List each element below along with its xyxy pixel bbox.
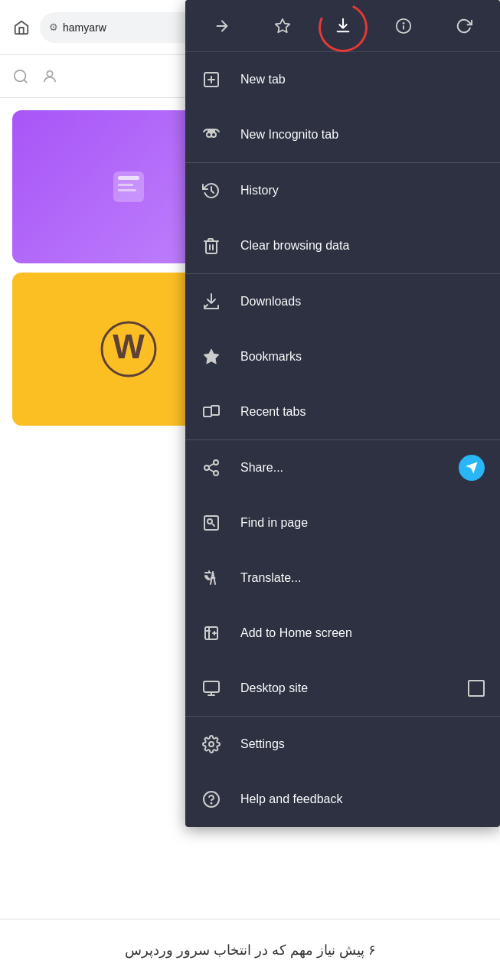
svg-rect-28 bbox=[204, 407, 211, 416]
toolbar-reload-btn[interactable] bbox=[447, 9, 481, 43]
svg-point-0 bbox=[15, 70, 26, 81]
svg-rect-4 bbox=[118, 184, 133, 186]
downloads-icon bbox=[201, 292, 222, 311]
svg-point-36 bbox=[208, 519, 212, 524]
add-to-home-screen-label: Add to Home screen bbox=[240, 626, 485, 640]
share-label: Share... bbox=[240, 461, 440, 475]
translate-icon bbox=[201, 569, 222, 587]
help-icon bbox=[201, 790, 222, 808]
new-incognito-tab-label: New Incognito tab bbox=[240, 128, 485, 142]
menu-item-share[interactable]: Share... bbox=[185, 440, 500, 495]
menu-item-translate[interactable]: Translate... bbox=[185, 550, 500, 606]
menu-item-add-to-home-screen[interactable]: Add to Home screen bbox=[185, 606, 500, 661]
toolbar-info-btn[interactable] bbox=[387, 9, 420, 43]
incognito-icon bbox=[201, 126, 222, 144]
svg-rect-29 bbox=[211, 406, 219, 415]
history-label: History bbox=[240, 184, 485, 198]
svg-point-23 bbox=[211, 132, 216, 137]
home-button[interactable] bbox=[6, 12, 37, 43]
search-icon bbox=[12, 68, 29, 85]
new-tab-icon bbox=[201, 70, 222, 89]
url-text: hamyarw bbox=[63, 21, 106, 34]
menu-toolbar bbox=[185, 0, 500, 52]
history-icon bbox=[201, 181, 222, 200]
menu-item-new-tab[interactable]: New tab bbox=[185, 52, 500, 107]
menu-item-settings[interactable]: Settings bbox=[185, 717, 500, 772]
desktop-site-icon bbox=[201, 679, 222, 697]
telegram-icon bbox=[459, 455, 485, 481]
svg-line-34 bbox=[209, 464, 214, 467]
share-icon bbox=[201, 459, 222, 477]
desktop-site-checkbox[interactable] bbox=[468, 680, 485, 697]
settings-label: Settings bbox=[240, 737, 485, 751]
new-tab-label: New tab bbox=[240, 73, 485, 87]
svg-line-33 bbox=[209, 469, 214, 472]
help-and-feedback-label: Help and feedback bbox=[240, 792, 485, 806]
trash-icon bbox=[201, 237, 222, 255]
recent-tabs-icon bbox=[201, 403, 222, 421]
menu-item-find-in-page[interactable]: Find in page bbox=[185, 495, 500, 550]
svg-rect-24 bbox=[208, 129, 215, 132]
toolbar-forward-btn[interactable] bbox=[205, 9, 239, 43]
share-telegram-extra bbox=[459, 455, 485, 481]
menu-item-downloads[interactable]: Downloads bbox=[185, 274, 500, 329]
svg-marker-15 bbox=[275, 18, 289, 31]
svg-rect-3 bbox=[118, 176, 139, 180]
settings-icon bbox=[201, 735, 222, 753]
toolbar-download-btn[interactable] bbox=[326, 9, 360, 43]
url-security-icon: ⚙ bbox=[49, 21, 58, 33]
add-home-icon bbox=[201, 624, 222, 642]
translate-label: Translate... bbox=[240, 571, 485, 585]
menu-item-help-and-feedback[interactable]: Help and feedback bbox=[185, 772, 500, 827]
menu-item-clear-browsing-data[interactable]: Clear browsing data bbox=[185, 218, 500, 273]
profile-icon bbox=[41, 68, 58, 85]
menu-item-recent-tabs[interactable]: Recent tabs bbox=[185, 384, 500, 439]
desktop-site-checkbox-extra bbox=[468, 680, 485, 697]
bookmarks-label: Bookmarks bbox=[240, 350, 485, 364]
menu-item-bookmarks[interactable]: Bookmarks bbox=[185, 329, 500, 384]
menu-item-new-incognito-tab[interactable]: New Incognito tab bbox=[185, 107, 500, 162]
downloads-label: Downloads bbox=[240, 295, 485, 309]
svg-point-1 bbox=[47, 70, 52, 76]
dropdown-menu: New tab New Incognito tab History bbox=[185, 0, 500, 827]
recent-tabs-label: Recent tabs bbox=[240, 405, 485, 419]
toolbar-download-wrapper bbox=[326, 9, 360, 43]
clear-browsing-data-label: Clear browsing data bbox=[240, 239, 485, 253]
find-in-page-label: Find in page bbox=[240, 516, 485, 530]
svg-rect-5 bbox=[118, 189, 136, 191]
bottom-text: ۶ پیش نیاز مهم که در انتخاب سرور وردپرس bbox=[0, 919, 500, 980]
toolbar-star-btn[interactable] bbox=[266, 9, 299, 43]
menu-item-desktop-site[interactable]: Desktop site bbox=[185, 661, 500, 716]
svg-text:W: W bbox=[113, 328, 145, 365]
menu-item-history[interactable]: History bbox=[185, 163, 500, 218]
svg-point-41 bbox=[209, 742, 214, 746]
svg-rect-38 bbox=[204, 681, 219, 692]
svg-marker-27 bbox=[204, 349, 219, 364]
bookmarks-icon bbox=[201, 348, 222, 366]
desktop-site-label: Desktop site bbox=[240, 681, 449, 695]
find-in-page-icon bbox=[201, 514, 222, 532]
